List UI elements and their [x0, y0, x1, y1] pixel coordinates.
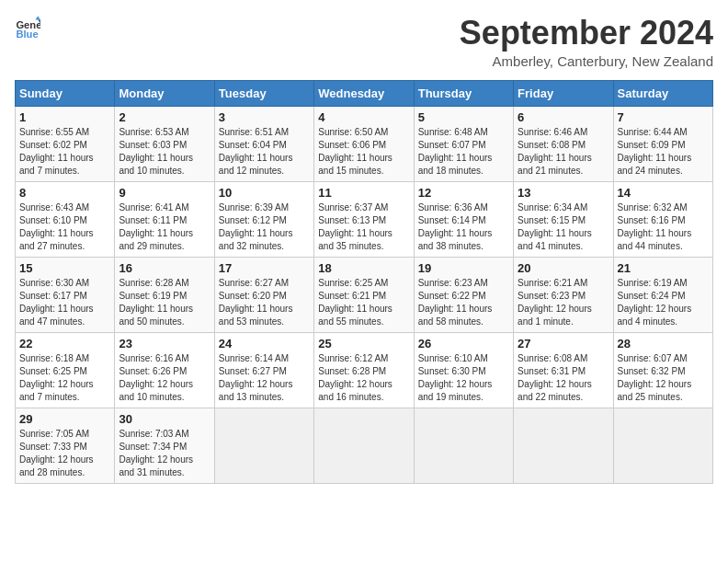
- table-row: 1Sunrise: 6:55 AMSunset: 6:02 PMDaylight…: [16, 106, 115, 181]
- calendar-week-row: 22Sunrise: 6:18 AMSunset: 6:25 PMDayligh…: [16, 332, 713, 408]
- calendar-week-row: 1Sunrise: 6:55 AMSunset: 6:02 PMDaylight…: [16, 106, 713, 181]
- day-info: Sunrise: 6:30 AMSunset: 6:17 PMDaylight:…: [19, 277, 110, 328]
- svg-marker-2: [35, 16, 40, 19]
- day-number: 1: [19, 110, 110, 124]
- calendar-table: Sunday Monday Tuesday Wednesday Thursday…: [15, 80, 713, 484]
- header-friday: Friday: [514, 80, 613, 106]
- day-number: 7: [618, 110, 709, 124]
- table-row: 3Sunrise: 6:51 AMSunset: 6:04 PMDaylight…: [214, 106, 313, 181]
- table-row: 29Sunrise: 7:05 AMSunset: 7:33 PMDayligh…: [16, 408, 115, 483]
- day-info: Sunrise: 6:18 AMSunset: 6:25 PMDaylight:…: [19, 352, 110, 404]
- day-number: 28: [618, 337, 709, 350]
- table-row: 25Sunrise: 6:12 AMSunset: 6:28 PMDayligh…: [314, 332, 414, 408]
- header-thursday: Thursday: [414, 80, 513, 106]
- day-number: 22: [19, 337, 110, 350]
- table-row: 6Sunrise: 6:46 AMSunset: 6:08 PMDaylight…: [514, 106, 613, 181]
- table-row: 10Sunrise: 6:39 AMSunset: 6:12 PMDayligh…: [214, 181, 313, 257]
- day-number: 18: [318, 261, 409, 275]
- table-row: 14Sunrise: 6:32 AMSunset: 6:16 PMDayligh…: [613, 181, 712, 257]
- table-row: 2Sunrise: 6:53 AMSunset: 6:03 PMDaylight…: [115, 106, 214, 181]
- day-number: 10: [219, 186, 310, 200]
- day-info: Sunrise: 6:19 AMSunset: 6:24 PMDaylight:…: [618, 277, 709, 328]
- table-row: 13Sunrise: 6:34 AMSunset: 6:15 PMDayligh…: [514, 181, 613, 257]
- day-number: 11: [318, 186, 409, 200]
- table-row: [613, 408, 712, 483]
- day-number: 30: [119, 412, 210, 426]
- table-row: [314, 408, 414, 483]
- day-info: Sunrise: 6:25 AMSunset: 6:21 PMDaylight:…: [318, 277, 409, 328]
- day-info: Sunrise: 6:27 AMSunset: 6:20 PMDaylight:…: [219, 277, 310, 328]
- month-title: September 2024: [460, 15, 713, 52]
- day-info: Sunrise: 6:44 AMSunset: 6:09 PMDaylight:…: [618, 126, 709, 178]
- table-row: 11Sunrise: 6:37 AMSunset: 6:13 PMDayligh…: [314, 181, 414, 257]
- day-info: Sunrise: 6:50 AMSunset: 6:06 PMDaylight:…: [318, 126, 409, 178]
- header-wednesday: Wednesday: [314, 80, 414, 106]
- day-info: Sunrise: 6:10 AMSunset: 6:30 PMDaylight:…: [418, 352, 509, 404]
- day-number: 9: [119, 186, 210, 200]
- day-info: Sunrise: 6:55 AMSunset: 6:02 PMDaylight:…: [19, 126, 110, 178]
- table-row: 26Sunrise: 6:10 AMSunset: 6:30 PMDayligh…: [414, 332, 513, 408]
- day-number: 14: [618, 186, 709, 200]
- day-info: Sunrise: 6:43 AMSunset: 6:10 PMDaylight:…: [19, 201, 110, 253]
- day-number: 25: [318, 337, 409, 350]
- table-row: 20Sunrise: 6:21 AMSunset: 6:23 PMDayligh…: [514, 257, 613, 332]
- day-number: 16: [119, 261, 210, 275]
- day-info: Sunrise: 6:36 AMSunset: 6:14 PMDaylight:…: [418, 201, 509, 253]
- day-info: Sunrise: 6:37 AMSunset: 6:13 PMDaylight:…: [318, 201, 409, 253]
- logo: General Blue: [15, 15, 40, 40]
- logo-icon: General Blue: [15, 15, 40, 40]
- table-row: 30Sunrise: 7:03 AMSunset: 7:34 PMDayligh…: [115, 408, 214, 483]
- day-info: Sunrise: 6:16 AMSunset: 6:26 PMDaylight:…: [119, 352, 210, 404]
- table-row: 7Sunrise: 6:44 AMSunset: 6:09 PMDaylight…: [613, 106, 712, 181]
- day-number: 6: [518, 110, 609, 124]
- table-row: 8Sunrise: 6:43 AMSunset: 6:10 PMDaylight…: [16, 181, 115, 257]
- table-row: 22Sunrise: 6:18 AMSunset: 6:25 PMDayligh…: [16, 332, 115, 408]
- day-info: Sunrise: 6:23 AMSunset: 6:22 PMDaylight:…: [418, 277, 509, 328]
- table-row: 5Sunrise: 6:48 AMSunset: 6:07 PMDaylight…: [414, 106, 513, 181]
- table-row: 17Sunrise: 6:27 AMSunset: 6:20 PMDayligh…: [214, 257, 313, 332]
- location-title: Amberley, Canterbury, New Zealand: [460, 53, 713, 69]
- table-row: [214, 408, 313, 483]
- day-info: Sunrise: 6:46 AMSunset: 6:08 PMDaylight:…: [518, 126, 609, 178]
- day-number: 19: [418, 261, 509, 275]
- day-number: 29: [19, 412, 110, 426]
- day-info: Sunrise: 6:53 AMSunset: 6:03 PMDaylight:…: [119, 126, 210, 178]
- weekday-header-row: Sunday Monday Tuesday Wednesday Thursday…: [16, 80, 713, 106]
- day-number: 5: [418, 110, 509, 124]
- day-info: Sunrise: 6:28 AMSunset: 6:19 PMDaylight:…: [119, 277, 210, 328]
- table-row: 27Sunrise: 6:08 AMSunset: 6:31 PMDayligh…: [514, 332, 613, 408]
- day-number: 17: [219, 261, 310, 275]
- table-row: [414, 408, 513, 483]
- svg-text:Blue: Blue: [16, 29, 38, 40]
- day-number: 4: [318, 110, 409, 124]
- day-info: Sunrise: 6:21 AMSunset: 6:23 PMDaylight:…: [518, 277, 609, 328]
- day-info: Sunrise: 6:14 AMSunset: 6:27 PMDaylight:…: [219, 352, 310, 404]
- day-info: Sunrise: 6:51 AMSunset: 6:04 PMDaylight:…: [219, 126, 310, 178]
- table-row: 15Sunrise: 6:30 AMSunset: 6:17 PMDayligh…: [16, 257, 115, 332]
- day-info: Sunrise: 6:39 AMSunset: 6:12 PMDaylight:…: [219, 201, 310, 253]
- calendar-week-row: 15Sunrise: 6:30 AMSunset: 6:17 PMDayligh…: [16, 257, 713, 332]
- table-row: 23Sunrise: 6:16 AMSunset: 6:26 PMDayligh…: [115, 332, 214, 408]
- day-info: Sunrise: 6:41 AMSunset: 6:11 PMDaylight:…: [119, 201, 210, 253]
- day-info: Sunrise: 6:32 AMSunset: 6:16 PMDaylight:…: [618, 201, 709, 253]
- table-row: 24Sunrise: 6:14 AMSunset: 6:27 PMDayligh…: [214, 332, 313, 408]
- day-number: 20: [518, 261, 609, 275]
- table-row: 12Sunrise: 6:36 AMSunset: 6:14 PMDayligh…: [414, 181, 513, 257]
- day-number: 21: [618, 261, 709, 275]
- day-info: Sunrise: 7:05 AMSunset: 7:33 PMDaylight:…: [19, 428, 110, 479]
- table-row: 28Sunrise: 6:07 AMSunset: 6:32 PMDayligh…: [613, 332, 712, 408]
- day-number: 12: [418, 186, 509, 200]
- day-info: Sunrise: 6:12 AMSunset: 6:28 PMDaylight:…: [318, 352, 409, 404]
- table-row: 19Sunrise: 6:23 AMSunset: 6:22 PMDayligh…: [414, 257, 513, 332]
- day-number: 2: [119, 110, 210, 124]
- title-area: September 2024 Amberley, Canterbury, New…: [460, 15, 713, 69]
- table-row: 4Sunrise: 6:50 AMSunset: 6:06 PMDaylight…: [314, 106, 414, 181]
- header-tuesday: Tuesday: [214, 80, 313, 106]
- table-row: 9Sunrise: 6:41 AMSunset: 6:11 PMDaylight…: [115, 181, 214, 257]
- day-number: 15: [19, 261, 110, 275]
- page-header: General Blue September 2024 Amberley, Ca…: [15, 15, 713, 69]
- day-number: 3: [219, 110, 310, 124]
- day-info: Sunrise: 6:48 AMSunset: 6:07 PMDaylight:…: [418, 126, 509, 178]
- day-number: 8: [19, 186, 110, 200]
- day-info: Sunrise: 6:07 AMSunset: 6:32 PMDaylight:…: [618, 352, 709, 404]
